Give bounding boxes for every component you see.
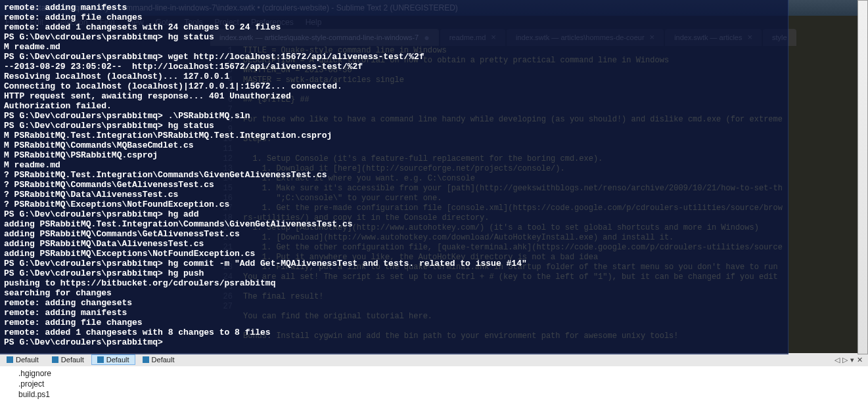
console-tab-label: Default — [61, 356, 84, 364]
quake-terminal[interactable]: remote: adding manifests remote: adding … — [0, 0, 788, 354]
powershell-icon — [52, 356, 58, 363]
console-tab-strip: DefaultDefaultDefaultDefault ◁ ▷ ▾ ✕ — [0, 353, 868, 366]
folder-list: .hgignore.projectbuild.ps1 — [0, 366, 868, 403]
console-tab[interactable]: Default — [1, 354, 45, 365]
file-item[interactable]: build.ps1 — [18, 389, 868, 400]
next-tab-icon[interactable]: ▷ — [842, 356, 848, 364]
tab-menu-icon[interactable]: ▾ — [850, 356, 854, 364]
powershell-icon — [143, 356, 149, 363]
console-tab-controls: ◁ ▷ ▾ ✕ — [834, 356, 863, 364]
console-tab-label: Default — [152, 356, 175, 364]
file-item[interactable]: .hgignore — [18, 368, 868, 379]
console-tab-label: Default — [106, 356, 129, 364]
console-tab-label: Default — [16, 356, 39, 364]
prev-tab-icon[interactable]: ◁ — [834, 356, 840, 364]
console-tab[interactable]: Default — [137, 354, 181, 365]
minimap[interactable] — [785, 46, 857, 353]
file-item[interactable]: .project — [18, 379, 868, 389]
close-tab-icon[interactable]: ✕ — [857, 356, 863, 364]
powershell-icon — [97, 356, 104, 363]
powershell-icon — [7, 356, 13, 363]
vertical-scrollbar[interactable] — [857, 0, 868, 354]
console-tab[interactable]: Default — [91, 354, 135, 365]
console-tab[interactable]: Default — [46, 354, 90, 365]
